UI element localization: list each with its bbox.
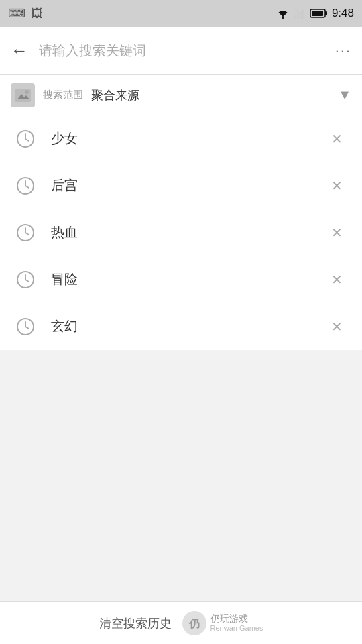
clock-icon (13, 221, 38, 245)
footer: 清空搜索历史 仍 仍玩游戏 Renwan Games (0, 601, 362, 644)
scope-value[interactable]: 聚合来源 (91, 87, 139, 103)
scope-bar: 搜索范围 聚合来源 ▼ (0, 75, 362, 115)
history-text: 后宫 (51, 176, 324, 195)
status-bar-left: ⌨ 🖼 (8, 6, 43, 21)
svg-rect-9 (15, 89, 31, 102)
history-text: 冒险 (51, 270, 324, 288)
svg-rect-7 (325, 11, 327, 15)
history-text: 少女 (51, 129, 324, 148)
svg-rect-2 (297, 13, 299, 19)
history-text: 热血 (51, 223, 324, 241)
battery-icon (310, 9, 328, 18)
delete-button[interactable]: ✕ (324, 174, 349, 198)
history-item-5[interactable]: 玄幻 ✕ (0, 303, 362, 350)
search-input-placeholder[interactable]: 请输入搜索关键词 (39, 42, 335, 60)
status-bar-right: 9:48 (276, 7, 354, 20)
history-item-1[interactable]: 少女 ✕ (0, 115, 362, 162)
history-text: 玄幻 (51, 317, 324, 335)
brand-logo: 仍 仍玩游戏 Renwan Games (182, 611, 263, 635)
signal-icon (294, 8, 306, 19)
svg-point-0 (282, 17, 284, 19)
svg-text:仍: 仍 (188, 618, 200, 629)
status-bar: ⌨ 🖼 9:48 (0, 0, 362, 27)
status-time: 9:48 (332, 7, 354, 20)
delete-button[interactable]: ✕ (324, 221, 349, 245)
mountain-icon (15, 89, 31, 102)
top-bar: ← 请输入搜索关键词 ··· (0, 27, 362, 75)
clock-icon (13, 127, 38, 151)
clear-history-button[interactable]: 清空搜索历史 (99, 615, 172, 631)
brand-name: 仍玩游戏 (210, 613, 263, 625)
back-button[interactable]: ← (11, 40, 28, 61)
clock-icon (13, 268, 38, 292)
brand-icon: 仍 (182, 611, 206, 635)
keyboard-icon: ⌨ (8, 6, 25, 21)
delete-button[interactable]: ✕ (324, 315, 349, 339)
history-item-3[interactable]: 热血 ✕ (0, 209, 362, 256)
dropdown-icon[interactable]: ▼ (338, 87, 351, 103)
history-item-4[interactable]: 冒险 ✕ (0, 256, 362, 303)
history-item-2[interactable]: 后宫 ✕ (0, 162, 362, 209)
svg-point-11 (25, 90, 29, 94)
clock-icon (13, 315, 38, 339)
clock-icon (13, 174, 38, 198)
delete-button[interactable]: ✕ (324, 268, 349, 292)
brand-text: 仍玩游戏 Renwan Games (210, 613, 263, 633)
svg-rect-1 (294, 15, 296, 19)
more-button[interactable]: ··· (335, 42, 351, 60)
svg-rect-8 (312, 11, 323, 16)
scope-label: 搜索范围 (43, 89, 83, 101)
delete-button[interactable]: ✕ (324, 127, 349, 151)
scope-icon (11, 83, 35, 107)
wifi-icon (276, 8, 290, 19)
image-icon: 🖼 (31, 7, 43, 21)
brand-sub-name: Renwan Games (210, 624, 263, 633)
history-list: 少女 ✕ 后宫 ✕ 热血 ✕ (0, 115, 362, 350)
